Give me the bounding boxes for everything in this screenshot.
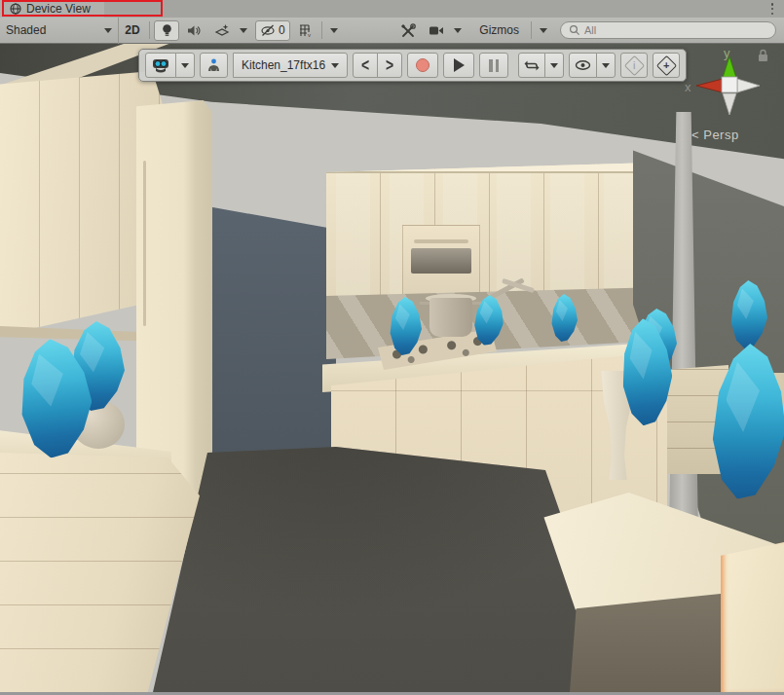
grid-dropdown-arrow[interactable]: [325, 20, 343, 41]
divider: [321, 21, 322, 39]
simulation-playbar: Kitchen_17ftx16 < >: [138, 49, 687, 82]
gizmos-button[interactable]: Gizmos: [470, 20, 528, 41]
chevron-down-icon: [181, 63, 189, 68]
light-bulb-icon: [161, 23, 173, 38]
next-button[interactable]: >: [377, 53, 402, 78]
axis-down-cone: [723, 93, 736, 115]
btn-2d-label: 2D: [125, 23, 139, 37]
scene-center-upper-cabinets: [326, 163, 655, 301]
gizmo-center-cube: [722, 77, 737, 92]
wrench-screwdriver-icon: [400, 23, 416, 38]
robot-view-button[interactable]: [145, 53, 176, 78]
chevron-down-icon: [454, 28, 462, 33]
diamond-info-icon: i: [623, 55, 644, 75]
scene-refrigerator-handle: [143, 161, 146, 326]
hidden-objects-button[interactable]: 0: [255, 20, 290, 41]
effects-dropdown-arrow[interactable]: [235, 20, 252, 41]
play-button[interactable]: [443, 53, 474, 78]
axis-x-label: x: [685, 80, 691, 94]
axis-x-cone: [696, 79, 723, 92]
lock-icon: [759, 51, 767, 62]
scene-oven-door: [411, 248, 471, 274]
lighting-toggle-button[interactable]: [154, 20, 179, 41]
agent-button[interactable]: [200, 53, 228, 78]
toggle-2d-button[interactable]: 2D: [120, 20, 145, 41]
pause-icon: [489, 59, 499, 72]
speaker-icon: [187, 24, 202, 37]
grid-toggle-button[interactable]: y: [293, 20, 318, 41]
gizmos-label: Gizmos: [479, 23, 519, 37]
scene-cooking-pot: [426, 290, 476, 339]
person-icon: [205, 58, 222, 73]
previous-button[interactable]: <: [353, 53, 378, 78]
robot-head-icon: [151, 58, 170, 73]
play-icon: [454, 58, 465, 72]
visibility-dropdown[interactable]: [596, 53, 616, 78]
visibility-button[interactable]: [569, 53, 597, 78]
focus-target-button[interactable]: +: [653, 53, 680, 78]
chevron-down-icon: [240, 28, 247, 33]
persp-text: Persp: [703, 128, 738, 142]
hidden-count-label: 0: [279, 23, 285, 37]
scene-refrigerator: [136, 100, 212, 509]
camera-button[interactable]: [424, 20, 449, 41]
eye-slash-icon: [260, 24, 277, 37]
tab-label: Device View: [26, 2, 91, 16]
loop-dropdown[interactable]: [544, 53, 564, 78]
scene-name-label: Kitchen_17ftx16: [242, 58, 325, 72]
scene-far-right-cabinet: [721, 542, 784, 692]
gizmos-dropdown-arrow[interactable]: [535, 20, 552, 41]
chevron-left-icon: <: [691, 128, 699, 142]
axis-y-label: y: [724, 46, 730, 60]
search-icon: [569, 24, 580, 36]
repeat-arrows-icon: [524, 59, 540, 72]
globe-icon: [10, 3, 21, 15]
scene-viewport[interactable]: Kitchen_17ftx16 < >: [0, 44, 784, 692]
chevron-right-icon: >: [386, 55, 393, 75]
axis-z-cone: [737, 79, 760, 92]
chevron-down-icon: [331, 63, 339, 68]
chevron-down-icon: [104, 28, 112, 33]
divider: [149, 21, 150, 39]
chevron-down-icon: [550, 63, 558, 68]
scene-oven-handle: [414, 239, 468, 243]
pause-button[interactable]: [479, 53, 508, 78]
view-tab-bar: Device View: [0, 0, 784, 18]
divider: [531, 21, 532, 39]
eye-icon: [575, 59, 591, 71]
scene-doorway: [207, 206, 336, 461]
draw-mode-label: Shaded: [6, 23, 46, 37]
search-input[interactable]: [584, 24, 750, 36]
chevron-down-icon: [330, 28, 338, 33]
camera-icon: [429, 25, 444, 36]
audio-toggle-button[interactable]: [181, 20, 206, 41]
unity-editor-window: Device View Shaded 2D: [0, 0, 784, 695]
info-button[interactable]: i: [620, 53, 648, 78]
projection-label[interactable]: < Persp: [691, 128, 739, 142]
kebab-menu-icon[interactable]: [770, 3, 774, 15]
loop-button[interactable]: [518, 53, 545, 78]
scene-view-toolbar: Shaded 2D: [0, 18, 784, 44]
svg-text:y: y: [308, 32, 311, 37]
scene-select-dropdown[interactable]: Kitchen_17ftx16: [233, 53, 348, 78]
tools-button[interactable]: [395, 20, 421, 41]
chevron-down-icon: [602, 63, 610, 68]
chevron-down-icon: [540, 28, 547, 33]
tab-device-view[interactable]: Device View: [0, 0, 104, 18]
chevron-left-icon: <: [361, 55, 369, 75]
effects-star-icon: [214, 23, 230, 37]
robot-view-dropdown[interactable]: [175, 53, 195, 78]
diamond-plus-icon: +: [655, 55, 676, 75]
search-field[interactable]: [560, 21, 776, 39]
draw-mode-dropdown[interactable]: Shaded: [0, 18, 119, 44]
effects-toggle-button[interactable]: [209, 20, 235, 41]
record-icon: [416, 58, 429, 72]
record-button[interactable]: [407, 53, 438, 78]
grid-icon: y: [298, 24, 313, 37]
camera-dropdown-arrow[interactable]: [449, 20, 467, 41]
